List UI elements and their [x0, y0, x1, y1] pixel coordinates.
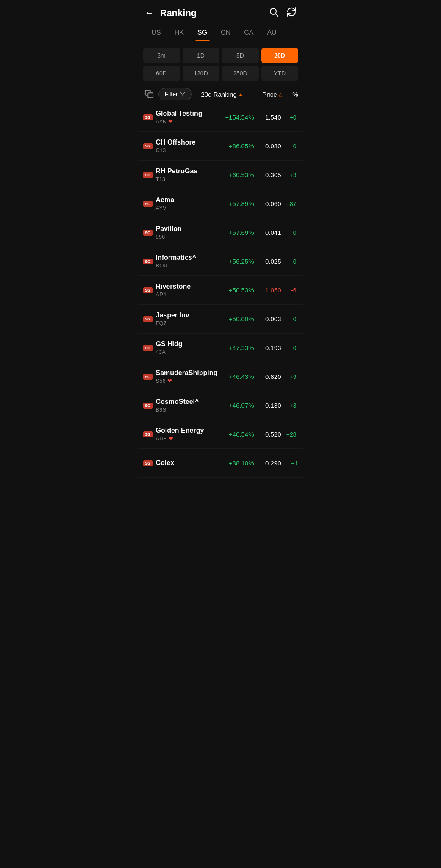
stock-name: SamuderaShipping [156, 369, 219, 377]
country-tab-ca[interactable]: CA [237, 25, 260, 41]
stock-change: +57.89% [219, 200, 258, 207]
stock-badge: SG [143, 287, 153, 293]
country-tab-sg[interactable]: SG [191, 25, 214, 41]
period-btn-250d[interactable]: 250D [222, 66, 259, 81]
stock-name: GS Hldg [156, 340, 219, 348]
stock-badge: SG [143, 259, 153, 264]
stock-code: B9S [156, 406, 219, 413]
stock-price: 0.025 [258, 258, 283, 265]
filter-button[interactable]: Filter [158, 88, 192, 100]
stock-info: CH Offshore C13 [156, 139, 219, 153]
stock-code: AP4 [156, 291, 219, 298]
period-grid: 5m1D5D20D60D120D250DYTD [138, 45, 303, 84]
stock-code: 43A [156, 349, 219, 355]
period-btn-ytd[interactable]: YTD [261, 66, 298, 81]
stock-pct: +3. [283, 172, 298, 178]
stock-row[interactable]: SG GS Hldg 43A +47.33% 0.193 0. [138, 334, 303, 362]
stock-change: +46.43% [219, 373, 258, 380]
stock-badge: SG [143, 230, 153, 236]
stock-badge: SG [143, 460, 153, 466]
stock-badge: SG [143, 143, 153, 149]
stock-row[interactable]: SG SamuderaShipping S56 ❤ +46.43% 0.820 … [138, 362, 303, 391]
stock-code: T13 [156, 176, 219, 182]
refresh-icon[interactable] [286, 7, 297, 19]
copy-icon[interactable] [143, 88, 155, 100]
stock-name: Pavillon [156, 225, 219, 233]
stock-price: 0.193 [258, 344, 283, 351]
stock-badge: SG [143, 114, 153, 120]
stock-code: S56 ❤ [156, 378, 219, 384]
country-tab-us[interactable]: US [145, 25, 168, 41]
header-icons [269, 7, 297, 19]
back-button[interactable]: ← [145, 8, 154, 19]
stock-row[interactable]: SG Jasper Inv FQ7 +50.00% 0.003 0. [138, 305, 303, 334]
stock-pct: +9. [283, 373, 298, 380]
stock-change: +38.10% [219, 459, 258, 467]
stock-pct: 0. [283, 345, 298, 351]
stock-pct: +87. [283, 200, 298, 207]
price-sort-label[interactable]: Price △ [252, 91, 282, 98]
stock-row[interactable]: SG Acma AYV +57.89% 0.060 +87. [138, 189, 303, 218]
header: ← Ranking [138, 0, 303, 25]
stock-badge: SG [143, 403, 153, 409]
stock-code: 596 [156, 234, 219, 240]
stock-info: SamuderaShipping S56 ❤ [156, 369, 219, 384]
stock-price: 0.080 [258, 142, 283, 150]
stock-info: Global Testing AYN ❤ [156, 110, 219, 125]
country-tab-hk[interactable]: HK [168, 25, 191, 41]
stock-code: BOU [156, 262, 219, 269]
svg-line-1 [275, 14, 278, 17]
stock-row[interactable]: SG CosmoSteel^ B9S +46.07% 0.130 +3. [138, 391, 303, 420]
stock-pct: +0. [283, 114, 298, 121]
stock-change: +46.07% [219, 402, 258, 409]
stock-row[interactable]: SG Informatics^ BOU +56.25% 0.025 0. [138, 247, 303, 276]
stock-pct: -6. [283, 287, 298, 294]
stock-pct: 0. [283, 229, 298, 236]
period-btn-5m[interactable]: 5m [143, 48, 180, 63]
svg-marker-3 [180, 92, 185, 97]
stock-pct: 0. [283, 143, 298, 150]
stock-badge: SG [143, 345, 153, 351]
svg-rect-2 [148, 93, 153, 98]
stock-row[interactable]: SG CH Offshore C13 +86.05% 0.080 0. [138, 132, 303, 161]
stock-pct: +3. [283, 402, 298, 409]
stock-info: Informatics^ BOU [156, 254, 219, 269]
stock-change: +154.54% [219, 114, 258, 121]
stock-row[interactable]: SG Pavillon 596 +57.69% 0.041 0. [138, 218, 303, 247]
stock-change: +60.53% [219, 171, 258, 178]
stock-price: 0.290 [258, 459, 283, 467]
stock-info: Acma AYV [156, 196, 219, 211]
stock-row[interactable]: SG Riverstone AP4 +50.53% 1.050 -6. [138, 276, 303, 305]
stock-price: 0.820 [258, 373, 283, 380]
pct-label: % [286, 91, 298, 98]
country-tab-au[interactable]: AU [260, 25, 283, 41]
period-btn-1d[interactable]: 1D [183, 48, 219, 63]
stock-pct: +1 [283, 460, 298, 467]
stock-badge: SG [143, 374, 153, 380]
heart-icon: ❤ [168, 118, 173, 125]
period-btn-120d[interactable]: 120D [183, 66, 219, 81]
stock-code: FQ7 [156, 320, 219, 326]
stock-change: +56.25% [219, 258, 258, 265]
stock-row[interactable]: SG Global Testing AYN ❤ +154.54% 1.540 +… [138, 103, 303, 132]
stock-info: Colex [156, 459, 219, 467]
stock-code: AYV [156, 205, 219, 211]
period-btn-20d[interactable]: 20D [261, 48, 298, 63]
stock-row[interactable]: SG Colex +38.10% 0.290 +1 [138, 449, 303, 478]
stock-name: Golden Energy [156, 427, 219, 434]
stock-price: 1.540 [258, 114, 283, 121]
ranking-sort-label[interactable]: 20d Ranking ▲ [195, 91, 249, 98]
stock-code: AYN ❤ [156, 118, 219, 125]
stock-pct: 0. [283, 258, 298, 265]
stock-info: Pavillon 596 [156, 225, 219, 240]
stock-change: +47.33% [219, 344, 258, 351]
sort-arrow-icon: ▲ [239, 92, 243, 97]
country-tab-cn[interactable]: CN [214, 25, 237, 41]
search-icon[interactable] [269, 7, 279, 19]
stock-row[interactable]: SG Golden Energy AUE ❤ +40.54% 0.520 +28… [138, 420, 303, 449]
period-btn-5d[interactable]: 5D [222, 48, 259, 63]
period-btn-60d[interactable]: 60D [143, 66, 180, 81]
stock-name: Informatics^ [156, 254, 219, 262]
stock-row[interactable]: SG RH PetroGas T13 +60.53% 0.305 +3. [138, 161, 303, 189]
stock-price: 0.305 [258, 171, 283, 178]
